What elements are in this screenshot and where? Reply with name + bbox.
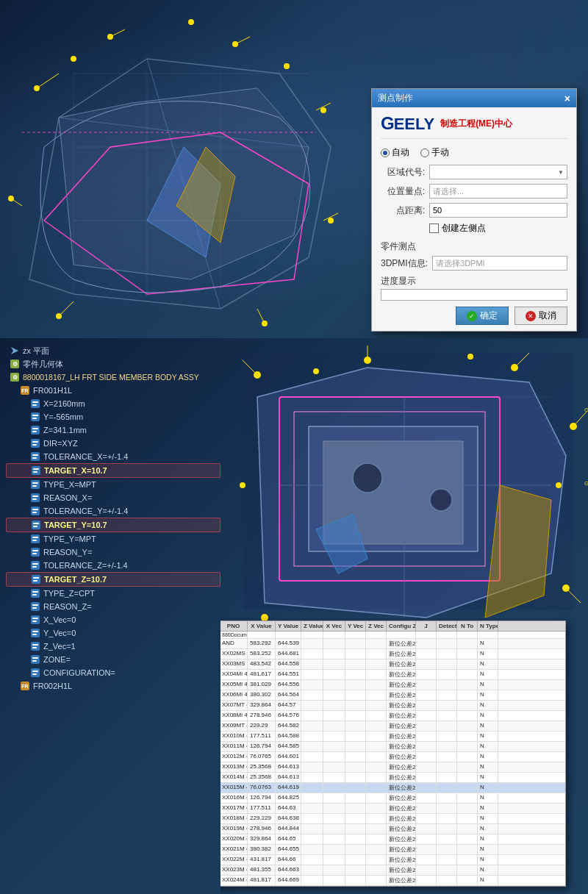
tree-item[interactable]: CONFIGURATION=: [6, 666, 220, 679]
table-row[interactable]: 13XX012M 4313.576.0765644.601新位公差20N: [220, 752, 565, 762]
tree-item[interactable]: REASON_Z=: [6, 600, 220, 613]
tree-item[interactable]: TOLERANCE_X=+/-1.4: [6, 450, 220, 463]
tree-item[interactable]: TYPE_X=MPT: [6, 478, 220, 491]
table-row[interactable]: 5XX04Ml 4313.5481.617644.551新位公差20N: [220, 670, 565, 680]
tree-label: REASON_Z=: [43, 602, 92, 611]
svg-rect-36: [31, 399, 40, 408]
progress-section: 进度显示: [381, 275, 567, 301]
tree-item[interactable]: zx 平面: [6, 344, 220, 357]
spreadsheet-cell: [345, 701, 366, 710]
tree-item[interactable]: Z=341.1mm: [6, 423, 220, 437]
confirm-button[interactable]: ✓ 确定: [456, 307, 509, 325]
tree-label: 8800018167_LH FRT SIDE MEMBER BODY ASSY: [23, 373, 199, 382]
tree-item[interactable]: REASON_Y=: [6, 546, 220, 559]
table-row[interactable]: 21XX020M 4313.49329.864644.65新位公差20N: [220, 834, 565, 845]
spreadsheet-cell: XX06Ml 4313.5: [220, 690, 248, 700]
tree-item[interactable]: TARGET_X=10.7: [6, 463, 220, 478]
table-row[interactable]: 9XX08Ml 4313.5278.946644.576新位公差20N: [220, 711, 565, 721]
svg-rect-104: [309, 426, 478, 551]
spreadsheet-cell: [345, 845, 366, 854]
3dpmi-input[interactable]: [432, 256, 567, 271]
svg-rect-65: [33, 526, 37, 527]
tree-icon-param: [30, 573, 42, 585]
tree-item[interactable]: X_Vec=0: [6, 613, 220, 626]
geely-subtitle: 制造工程(ME)中心: [440, 118, 512, 130]
spreadsheet-cell: [437, 865, 457, 875]
spreadsheet-cell: 644.844: [276, 824, 301, 834]
tree-item[interactable]: DIR=XYZ: [6, 437, 220, 450]
table-row[interactable]: 22XX021M 4313.49380.382644.655新位公差20N: [220, 845, 565, 855]
tree-item[interactable]: TYPE_Z=CPT: [6, 587, 220, 600]
spreadsheet-cell: 126.794: [248, 742, 276, 751]
table-row[interactable]: 6XX05Ml 4313.5381.029644.556新位公差20N: [220, 680, 565, 690]
table-row[interactable]: 14XX013M 4313.4925.3568644.613新位公差20N: [220, 762, 565, 773]
tree-item[interactable]: FRFR002H1L: [6, 679, 220, 693]
tree-item[interactable]: ⚙8800018167_LH FRT SIDE MEMBER BODY ASSY: [6, 371, 220, 384]
tree-item[interactable]: ⚙零件几何体: [6, 357, 220, 371]
table-row[interactable]: 10XX09MT 4313.49229.29644.582新位公差20N: [220, 721, 565, 732]
spreadsheet-cell: N: [478, 742, 498, 751]
table-row[interactable]: 20XX019M 4313.49278.946644.844新位公差20N: [220, 824, 565, 834]
distance-input[interactable]: [429, 203, 567, 218]
svg-rect-81: [31, 602, 40, 611]
spreadsheet-cell: [416, 701, 437, 710]
position-input[interactable]: [429, 184, 567, 199]
tree-item[interactable]: X=2160mm: [6, 397, 220, 410]
table-row[interactable]: 4XX03MS 4313.5483.542644.558新位公差20N: [220, 659, 565, 670]
spreadsheet-cell: [437, 876, 457, 885]
table-row[interactable]: 15XX014M 4313.4925.3568644.613新位公差20N: [220, 773, 565, 783]
table-row[interactable]: 8XX07MT 4313.5329.864644.57新位公差20N: [220, 701, 565, 711]
table-row[interactable]: 2AND583.292644.539新位公差20N: [220, 639, 565, 649]
spreadsheet-cell: [323, 632, 345, 638]
tree-item[interactable]: TARGET_Y=10.7: [6, 518, 220, 532]
tree-icon-param: [29, 398, 41, 410]
top-cad-view: 测点制作 × G EELY 制造工程(ME)中心 自动: [0, 0, 588, 338]
spreadsheet-cell: [366, 804, 387, 813]
radio-auto[interactable]: 自动: [381, 146, 409, 159]
tree-label: zx 平面: [23, 346, 49, 357]
spreadsheet-cell: XX03MS 4313.5: [220, 659, 248, 669]
spreadsheet-cell: [457, 773, 478, 782]
tree-label: REASON_Y=: [43, 548, 92, 557]
tree-item[interactable]: TOLERANCE_Z=+/-1.4: [6, 559, 220, 572]
spreadsheet-cell: 新位公差20: [387, 711, 416, 720]
cancel-button[interactable]: ✕ 取消: [514, 307, 567, 325]
table-row[interactable]: 17XX016M 4313.49126.794644.825新位公差20N: [220, 793, 565, 804]
table-row[interactable]: 16XX015M 4313.4976.0763644.619新位公差20N: [220, 783, 565, 793]
table-row[interactable]: 11XX010M 4313.5177.511644.588新位公差20N: [220, 732, 565, 742]
tree-item[interactable]: ZONE=: [6, 653, 220, 666]
tree-item[interactable]: REASON_X=: [6, 491, 220, 504]
spreadsheet-cell: [323, 865, 345, 875]
area-code-dropdown[interactable]: ▼: [429, 165, 567, 179]
table-row[interactable]: 12XX011M 4313.5126.794644.585新位公差20N: [220, 742, 565, 752]
spreadsheet-cell: [416, 721, 437, 731]
table-row[interactable]: 23XX022M 4313.49431.817644.66新位公差20N: [220, 855, 565, 865]
spreadsheet-cell: [301, 670, 323, 679]
spreadsheet-cell: [478, 632, 498, 638]
dialog-close-button[interactable]: ×: [564, 93, 570, 104]
tree-item[interactable]: TYPE_Y=MPT: [6, 532, 220, 546]
tree-item[interactable]: FRFR001H1L: [6, 384, 220, 397]
tree-item[interactable]: TARGET_Z=10.7: [6, 572, 220, 587]
dialog-box: 测点制作 × G EELY 制造工程(ME)中心 自动: [371, 88, 577, 332]
left-side-checkbox[interactable]: [429, 224, 439, 233]
table-row[interactable]: 25XX024M 4313.49481.817644.669新位公差20N: [220, 876, 565, 886]
tree-item[interactable]: Z_Vec=1: [6, 640, 220, 653]
radio-manual[interactable]: 手动: [420, 146, 449, 159]
spreadsheet-cell: 644.588: [276, 732, 301, 741]
spreadsheet-cell: N: [478, 876, 498, 885]
table-row[interactable]: 18XX017M 4313.49177.511644.63新位公差20N: [220, 804, 565, 814]
table-row[interactable]: 19XX018M 4313.49229.229644.638新位公差20N: [220, 814, 565, 824]
tree-item[interactable]: TOLERANCE_Y=+/-1.4: [6, 504, 220, 518]
tree-item[interactable]: Y_Vec=0: [6, 626, 220, 640]
tree-item[interactable]: Y=-565mm: [6, 410, 220, 423]
table-row[interactable]: 24XX023M 4313.49481.355644.663新位公差20N: [220, 865, 565, 876]
svg-text:GL: GL: [584, 480, 588, 487]
spreadsheet-cell: 644.539: [276, 639, 301, 648]
table-row[interactable]: 3XX02MS 4313.5583.252644.681新位公差20N: [220, 649, 565, 659]
spreadsheet-cell: 新位公差20: [387, 865, 416, 875]
spreadsheet-cell: 新位公差20: [387, 742, 416, 751]
table-row[interactable]: 7XX06Ml 4313.5380.302644.564新位公差20N: [220, 690, 565, 701]
spreadsheet-cell: [323, 711, 345, 720]
spreadsheet-cell: [437, 773, 457, 782]
